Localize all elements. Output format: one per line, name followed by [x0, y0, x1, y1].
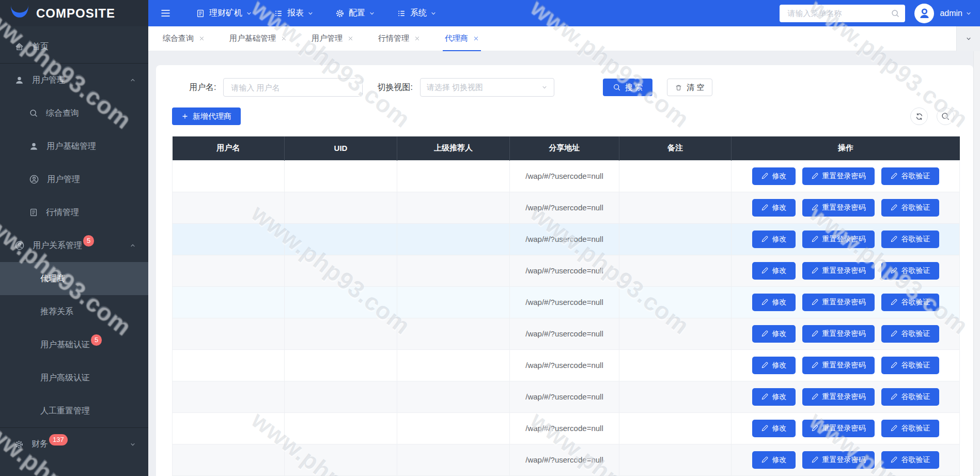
- table-row: /wap/#/?usercode=null修改重置登录密码谷歌验证: [173, 192, 960, 223]
- reset-password-button[interactable]: 重置登录密码: [802, 451, 875, 469]
- edit-button[interactable]: 修改: [752, 199, 796, 217]
- reset-password-button[interactable]: 重置登录密码: [802, 231, 875, 248]
- nav-item[interactable]: 配置: [324, 0, 386, 26]
- google-verify-button[interactable]: 谷歌验证: [881, 451, 939, 469]
- tab-代理商[interactable]: 代理商: [432, 26, 491, 51]
- google-verify-button[interactable]: 谷歌验证: [881, 231, 939, 248]
- sidebar-item[interactable]: 用户高级认证: [0, 361, 148, 394]
- user-menu[interactable]: admin: [940, 9, 972, 18]
- edit-button[interactable]: 修改: [752, 262, 796, 280]
- action-button-label: 谷歌验证: [901, 329, 930, 339]
- sidebar-item[interactable]: 用户管理: [0, 163, 148, 196]
- user-icon: [14, 75, 24, 85]
- google-verify-button[interactable]: 谷歌验证: [881, 262, 939, 280]
- hamburger-menu-icon[interactable]: [160, 7, 172, 19]
- agents-table: 用户名UID上级推荐人分享地址备注操作 /wap/#/?usercode=nul…: [172, 136, 960, 476]
- search-icon[interactable]: [891, 9, 900, 18]
- table-tools: [910, 108, 954, 125]
- close-icon[interactable]: [281, 36, 287, 41]
- sidebar-item[interactable]: 用户基础管理: [0, 130, 148, 163]
- close-icon[interactable]: [414, 36, 420, 41]
- sidebar-item[interactable]: 推荐关系: [0, 295, 148, 328]
- trash-icon: [675, 84, 682, 91]
- sidebar-item[interactable]: 用户关系管理5: [0, 229, 148, 262]
- edit-button[interactable]: 修改: [752, 167, 796, 185]
- edit-button[interactable]: 修改: [752, 451, 796, 469]
- username-input[interactable]: [230, 83, 356, 93]
- user-avatar[interactable]: [914, 4, 934, 23]
- sidebar-item[interactable]: 代理商: [0, 262, 148, 295]
- nav-item[interactable]: 理财矿机: [185, 0, 263, 26]
- cell-username: [173, 286, 285, 318]
- edit-button[interactable]: 修改: [752, 388, 796, 406]
- action-button-label: 谷歌验证: [901, 392, 930, 402]
- action-button-label: 重置登录密码: [822, 424, 866, 433]
- reset-password-button[interactable]: 重置登录密码: [802, 294, 875, 311]
- action-button-label: 修改: [772, 298, 787, 307]
- sidebar-item[interactable]: 用户基础认证5: [0, 328, 148, 361]
- close-icon[interactable]: [473, 36, 479, 41]
- tab-综合查询[interactable]: 综合查询: [150, 26, 217, 51]
- pencil-icon: [811, 172, 819, 180]
- search-button[interactable]: 搜 索: [603, 79, 652, 96]
- action-button-label: 修改: [772, 392, 787, 402]
- close-icon[interactable]: [199, 36, 205, 41]
- google-verify-button[interactable]: 谷歌验证: [881, 420, 939, 437]
- pencil-icon: [761, 172, 769, 180]
- add-agent-button[interactable]: 新增代理商: [172, 108, 241, 125]
- edit-button[interactable]: 修改: [752, 357, 796, 374]
- pencil-icon: [890, 267, 898, 274]
- tab-用户管理[interactable]: 用户管理: [299, 26, 366, 51]
- close-icon[interactable]: [348, 36, 353, 41]
- sidebar-item[interactable]: 首页: [0, 30, 148, 64]
- edit-button[interactable]: 修改: [752, 325, 796, 343]
- action-button-label: 修改: [772, 361, 787, 370]
- edit-button[interactable]: 修改: [752, 420, 796, 437]
- reset-password-button[interactable]: 重置登录密码: [802, 262, 875, 280]
- pencil-icon: [811, 456, 819, 464]
- sidebar-item[interactable]: 用户管理: [0, 64, 148, 97]
- action-button-label: 修改: [772, 172, 787, 181]
- tab-行情管理[interactable]: 行情管理: [366, 26, 432, 51]
- chevron-up-icon: [130, 77, 136, 83]
- google-verify-button[interactable]: 谷歌验证: [881, 388, 939, 406]
- google-verify-button[interactable]: 谷歌验证: [881, 294, 939, 311]
- pencil-icon: [761, 298, 769, 306]
- edit-button[interactable]: 修改: [752, 231, 796, 248]
- reset-password-button[interactable]: 重置登录密码: [802, 357, 875, 374]
- menu-search-input[interactable]: [786, 8, 891, 18]
- chevron-down-icon: [966, 10, 972, 17]
- reset-password-button[interactable]: 重置登录密码: [802, 167, 875, 185]
- reset-password-button[interactable]: 重置登录密码: [802, 388, 875, 406]
- clear-button[interactable]: 清 空: [667, 79, 712, 96]
- reset-password-button[interactable]: 重置登录密码: [802, 325, 875, 343]
- tab-用户基础管理[interactable]: 用户基础管理: [217, 26, 299, 51]
- sidebar-item[interactable]: 财务137: [0, 427, 148, 460]
- refresh-button[interactable]: [910, 108, 928, 125]
- cell-share-url: /wap/#/?usercode=null: [510, 444, 619, 475]
- sidebar-item[interactable]: 人工重置管理: [0, 394, 148, 427]
- table-search-button[interactable]: [937, 108, 954, 125]
- google-verify-button[interactable]: 谷歌验证: [881, 325, 939, 343]
- chevron-up-icon: [130, 242, 136, 249]
- google-verify-button[interactable]: 谷歌验证: [881, 167, 939, 185]
- tab-list-dropdown-button[interactable]: [956, 26, 980, 51]
- sidebar-item[interactable]: 行情管理: [0, 196, 148, 229]
- nav-item[interactable]: 系统: [386, 0, 447, 26]
- nav-item[interactable]: 报表: [263, 0, 324, 26]
- sidebar-item[interactable]: 综合查询: [0, 97, 148, 130]
- chevron-down-icon: [130, 441, 136, 448]
- page-scrollbar[interactable]: [973, 51, 980, 476]
- view-switch-select[interactable]: 请选择 切换视图: [420, 78, 554, 97]
- cell-username: [173, 444, 285, 475]
- edit-button[interactable]: 修改: [752, 294, 796, 311]
- google-verify-button[interactable]: 谷歌验证: [881, 357, 939, 374]
- cell-uid: [285, 160, 397, 192]
- reset-password-button[interactable]: 重置登录密码: [802, 199, 875, 217]
- pencil-icon: [761, 456, 769, 464]
- pencil-icon: [761, 330, 769, 337]
- google-verify-button[interactable]: 谷歌验证: [881, 199, 939, 217]
- reset-password-button[interactable]: 重置登录密码: [802, 420, 875, 437]
- action-button-label: 重置登录密码: [822, 392, 866, 402]
- sidebar-item-label: 用户基础管理: [46, 141, 96, 152]
